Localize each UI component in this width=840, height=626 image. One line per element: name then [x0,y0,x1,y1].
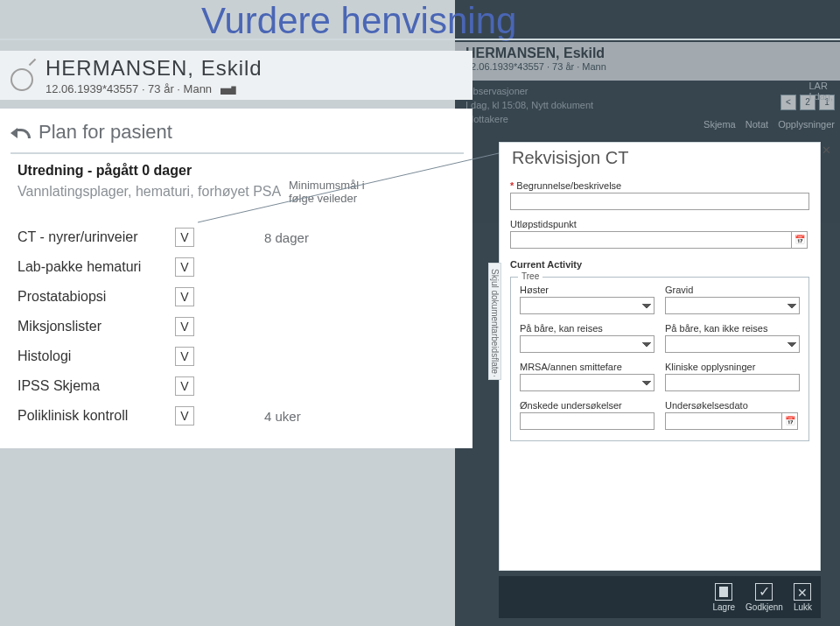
plan-item-biopsi[interactable]: Prostatabiopsi V [18,282,464,312]
input-begrunnelse[interactable] [510,193,809,210]
plan-card: Plan for pasient Utredning - pågått 0 da… [0,109,472,448]
input-usdato[interactable] [665,412,782,430]
collapse-handle-icon[interactable]: ⋮ [490,368,499,377]
plan-item-ct[interactable]: CT - nyrer/urinveier V 8 dager [18,222,464,252]
reply-arrow-icon [10,125,30,139]
status-box[interactable]: V [175,376,194,396]
input-kliniske[interactable] [665,374,800,391]
plan-item-note: 8 dager [264,230,309,245]
status-box[interactable]: V [175,406,194,426]
select-hoster[interactable] [520,297,654,314]
calendar-icon[interactable]: 📅 [792,231,808,249]
status-box[interactable]: V [175,287,194,306]
label-baare-reise: På båre, kan reises [520,323,654,334]
plan-item-label: Lab-pakke hematuri [18,259,175,275]
fieldset-legend: Tree [518,271,542,281]
plan-item-note: 4 uker [264,409,301,424]
label-kliniske: Kliniske opplysninger [665,362,800,372]
select-gravid[interactable] [665,297,800,314]
bg-lar: LAR I dag, [808,81,833,102]
bg-lar-title: LAR [808,81,833,91]
save-icon [715,583,732,601]
bg-lar-sub: I dag, [808,91,833,102]
bg-patient-banner: HERMANSEN, Eskild 12.06.1939*43557 · 73 … [455,42,840,81]
bg-tab-notat[interactable]: Notat [746,119,768,130]
plan-header-label: Plan for pasient [38,121,172,144]
patient-banner: HERMANSEN, Eskild 12.06.1939*43557 · 73 … [0,51,472,100]
plan-item-histologi[interactable]: Histologi V [18,341,464,371]
lagre-label: Lagre [712,602,735,612]
male-gender-icon [7,60,38,91]
status-box[interactable]: V [175,257,194,277]
collapse-tab[interactable]: Skjul dokumentarbeidsflate [488,263,501,380]
close-icon [794,583,811,601]
plan-item-ipss[interactable]: IPSS Skjema V [18,371,464,401]
patient-id-line: 12.06.1939*43557 · 73 år · Mann [46,82,212,95]
plan-item-label: Miksjonslister [18,319,175,334]
label-usdato: Undersøkelsesdato [665,400,800,411]
plan-item-label: IPSS Skjema [18,378,175,394]
bg-tab-opplysninger[interactable]: Opplysninger [778,119,835,130]
status-box[interactable]: V [175,228,194,247]
status-box[interactable]: V [175,317,194,336]
calendar-icon[interactable]: 📅 [782,412,798,430]
godkjenn-button[interactable]: Godkjenn [746,583,783,612]
title-divider [0,39,840,40]
rekvisisjon-form: Rekvisisjon CT Begrunnelse/beskrivelse U… [499,142,821,571]
plan-item-label: Poliklinisk kontroll [18,408,175,424]
bg-obs-sub: I dag, kl 15:08, Nytt dokument [466,100,593,110]
plan-item-miksjon[interactable]: Miksjonslister V [18,312,464,341]
form-title: Rekvisisjon CT [500,143,820,168]
min-note-2: følge veileder [289,192,365,205]
label-begrunnelse: Begrunnelse/beskrivelse [510,180,809,191]
form-close-icon[interactable]: ✕ [822,144,831,157]
select-baare-reise[interactable] [520,335,654,353]
select-baare-ikke[interactable] [665,335,800,353]
page-title: Vurdere henvisning [201,0,516,42]
status-box[interactable]: V [175,347,194,366]
lukk-button[interactable]: Lukk [794,583,812,612]
plan-header[interactable]: Plan for pasient [10,121,464,154]
label-hoster: Høster [520,285,654,295]
plan-item-label: CT - nyrer/urinveier [18,229,175,245]
patient-subline: 12.06.1939*43557 · 73 år · Mann [46,82,262,95]
input-utlop[interactable] [510,231,792,249]
fieldset-tree: Tree Høster Gravid På båre, kan reises P… [510,277,809,441]
godkjenn-label: Godkjenn [746,602,783,612]
plan-item-lab[interactable]: Lab-pakke hematuri V [18,252,464,282]
min-note-1: Minimumsmål i [289,179,365,192]
min-note: Minimumsmål i følge veileder [289,179,365,205]
form-action-bar: Lagre Godkjenn Lukk [499,576,821,618]
bg-tabs: Skjema Notat Opplysninger [696,119,835,130]
utredning-sub: Vannlatingsplager, hematuri, forhøyet PS… [18,184,464,200]
select-mrsa[interactable] [520,374,654,391]
label-mrsa: MRSA/annen smittefare [520,362,654,372]
label-utlop: Utløpstidspunkt [510,219,809,229]
label-onskede: Ønskede undersøkelser [520,400,654,411]
check-icon [755,583,773,601]
bg-tab-skjema[interactable]: Skjema [704,119,736,130]
bed-icon [220,84,236,95]
lagre-button[interactable]: Lagre [712,583,735,612]
patient-name: HERMANSEN, Eskild [46,56,262,81]
bg-patient-sub: 12.06.1939*43557 · 73 år · Mann [455,61,840,72]
bg-obs: Observasjoner [466,86,528,96]
label-gravid: Gravid [665,285,800,295]
plan-item-label: Prostatabiopsi [18,289,175,305]
lukk-label: Lukk [794,602,812,612]
utredning-heading: Utredning - pågått 0 dager [18,163,464,179]
plan-item-label: Histologi [18,348,175,364]
input-onskede[interactable] [520,412,654,430]
bg-patient-name: HERMANSEN, Eskild [455,42,840,61]
plan-item-poliklinisk[interactable]: Poliklinisk kontroll V 4 uker [18,401,464,431]
current-activity-heading: Current Activity [510,259,809,270]
label-baare-ikke: På båre, kan ikke reises [665,323,800,334]
